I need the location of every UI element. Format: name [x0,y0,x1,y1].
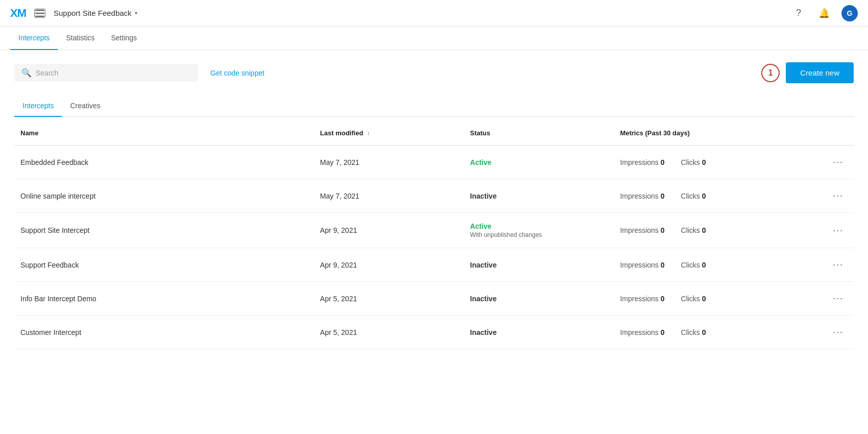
impressions: Impressions 0 [620,226,664,234]
row-metrics: Impressions 0 Clicks 0 [614,248,823,282]
table-body: Embedded Feedback May 7, 2021 Active Imp… [14,146,854,349]
table-header: Name Last modified ↑ Status Metrics (Pas… [14,121,854,146]
row-metrics: Impressions 0 Clicks 0 [614,213,823,248]
row-status: Active [464,146,614,179]
more-options-button[interactable]: ··· [829,291,848,306]
search-icon: 🔍 [21,68,32,78]
row-modified: Apr 9, 2021 [314,248,464,282]
row-actions: ··· [823,213,854,248]
logo[interactable]: XM [10,7,26,20]
clicks: Clicks 0 [681,295,706,303]
search-wrapper: 🔍 [14,64,198,82]
clicks: Clicks 0 [681,192,706,200]
content-tabs: Intercepts Creatives [14,95,854,117]
impressions: Impressions 0 [620,158,664,166]
row-status: Inactive [464,316,614,349]
row-modified: May 7, 2021 [314,179,464,213]
row-name: Support Site Intercept [14,213,314,248]
row-metrics: Impressions 0 Clicks 0 [614,179,823,213]
project-name-text: Support Site Feedback [54,9,132,17]
project-name[interactable]: Support Site Feedback ▾ [54,9,137,17]
more-options-button[interactable]: ··· [829,257,848,272]
clicks: Clicks 0 [681,261,706,269]
help-icon[interactable]: ? [790,5,807,21]
row-metrics: Impressions 0 Clicks 0 [614,316,823,349]
row-actions: ··· [823,248,854,282]
row-metrics: Impressions 0 Clicks 0 [614,282,823,316]
clicks: Clicks 0 [681,226,706,234]
row-name: Online sample intercept [14,179,314,213]
table-container: Name Last modified ↑ Status Metrics (Pas… [14,121,854,349]
top-nav: XM Support Site Feedback ▾ ? 🔔 G [0,0,868,27]
table-row: Customer Intercept Apr 5, 2021 Inactive … [14,316,854,349]
search-input[interactable] [36,69,191,77]
intercepts-table: Name Last modified ↑ Status Metrics (Pas… [14,121,854,349]
row-name: Customer Intercept [14,316,314,349]
chevron-down-icon: ▾ [135,10,137,16]
row-name: Support Feedback [14,248,314,282]
table-row: Embedded Feedback May 7, 2021 Active Imp… [14,146,854,179]
create-new-button[interactable]: Create new [786,62,854,83]
row-modified: Apr 5, 2021 [314,316,464,349]
more-options-button[interactable]: ··· [829,325,848,340]
row-name: Embedded Feedback [14,146,314,179]
impressions: Impressions 0 [620,192,664,200]
col-header-actions [823,121,854,146]
top-nav-right: ? 🔔 G [790,5,858,21]
clicks: Clicks 0 [681,158,706,166]
tab-intercepts[interactable]: Intercepts [10,27,58,50]
row-actions: ··· [823,282,854,316]
row-actions: ··· [823,146,854,179]
table-row: Info Bar Intercept Demo Apr 5, 2021 Inac… [14,282,854,316]
menu-icon[interactable] [34,9,45,18]
user-avatar[interactable]: G [841,5,858,21]
row-name: Info Bar Intercept Demo [14,282,314,316]
more-options-button[interactable]: ··· [829,188,848,203]
logo-text: XM [10,7,26,20]
toolbar: 🔍 Get code snippet 1 Create new [14,62,854,83]
tab-settings[interactable]: Settings [103,27,146,50]
tab-statistics[interactable]: Statistics [58,27,103,50]
more-options-button[interactable]: ··· [829,223,848,238]
col-header-metrics: Metrics (Past 30 days) [614,121,823,146]
impressions: Impressions 0 [620,328,664,336]
col-header-status: Status [464,121,614,146]
row-actions: ··· [823,179,854,213]
table-row: Support Site Intercept Apr 9, 2021 Activ… [14,213,854,248]
content-tab-intercepts[interactable]: Intercepts [14,95,62,117]
col-header-name: Name [14,121,314,146]
row-actions: ··· [823,316,854,349]
notifications-icon[interactable]: 🔔 [816,5,832,21]
content-tab-creatives[interactable]: Creatives [62,95,108,117]
table-row: Support Feedback Apr 9, 2021 Inactive Im… [14,248,854,282]
get-code-snippet-link[interactable]: Get code snippet [210,69,264,77]
sort-icon: ↑ [367,130,370,136]
row-metrics: Impressions 0 Clicks 0 [614,146,823,179]
impressions: Impressions 0 [620,295,664,303]
main-content: 🔍 Get code snippet 1 Create new Intercep… [0,50,868,361]
impressions: Impressions 0 [620,261,664,269]
row-status: Inactive [464,179,614,213]
sub-nav: Intercepts Statistics Settings [0,27,868,50]
more-options-button[interactable]: ··· [829,155,848,170]
create-btn-wrapper: 1 Create new [761,62,854,83]
badge-number: 1 [761,64,780,82]
clicks: Clicks 0 [681,328,706,336]
table-row: Online sample intercept May 7, 2021 Inac… [14,179,854,213]
row-status: Active With unpublished changes [464,213,614,248]
row-status: Inactive [464,248,614,282]
row-modified: May 7, 2021 [314,146,464,179]
col-header-modified[interactable]: Last modified ↑ [314,121,464,146]
row-status: Inactive [464,282,614,316]
row-modified: Apr 9, 2021 [314,213,464,248]
row-modified: Apr 5, 2021 [314,282,464,316]
